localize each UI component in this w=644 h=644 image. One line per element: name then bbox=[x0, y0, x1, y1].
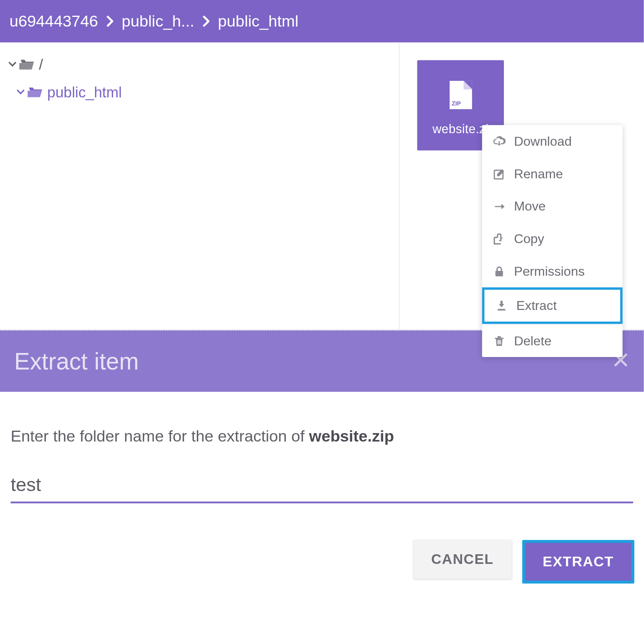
ctx-label: Delete bbox=[514, 333, 551, 349]
dialog-body: Enter the folder name for the extraction… bbox=[0, 392, 644, 503]
tree-child-label: public_html bbox=[47, 83, 122, 101]
permissions-icon bbox=[493, 265, 506, 278]
svg-rect-1 bbox=[495, 270, 503, 276]
tree-root-row[interactable]: / bbox=[6, 53, 393, 76]
svg-rect-3 bbox=[499, 340, 500, 344]
folder-open-icon bbox=[19, 58, 35, 71]
breadcrumb-item-0[interactable]: u694443746 bbox=[9, 12, 98, 30]
chevron-right-icon bbox=[202, 15, 210, 27]
ctx-label: Copy bbox=[514, 231, 544, 246]
extract-button[interactable]: EXTRACT bbox=[522, 540, 634, 583]
cancel-button[interactable]: CANCEL bbox=[413, 540, 511, 579]
ctx-label: Download bbox=[514, 134, 572, 149]
breadcrumb: u694443746 public_h... public_html bbox=[0, 0, 644, 43]
extract-icon bbox=[495, 299, 508, 312]
delete-icon bbox=[493, 334, 506, 347]
ctx-permissions[interactable]: Permissions bbox=[482, 255, 623, 287]
prompt-prefix: Enter the folder name for the extraction… bbox=[10, 427, 309, 445]
ctx-label: Extract bbox=[516, 298, 557, 313]
breadcrumb-item-1[interactable]: public_h... bbox=[122, 12, 194, 30]
tree-root-label: / bbox=[39, 56, 43, 73]
svg-rect-4 bbox=[500, 340, 501, 344]
ctx-label: Permissions bbox=[514, 264, 585, 279]
file-zip-icon: ZIP bbox=[449, 80, 472, 109]
chevron-right-icon bbox=[106, 15, 114, 27]
ctx-extract[interactable]: Extract bbox=[482, 287, 623, 324]
extract-dialog: Extract item Enter the folder name for t… bbox=[0, 330, 644, 607]
breadcrumb-item-2[interactable]: public_html bbox=[218, 12, 298, 30]
download-icon bbox=[493, 135, 506, 148]
rename-icon bbox=[493, 167, 506, 180]
tree-child-row[interactable]: public_html bbox=[6, 80, 393, 104]
copy-icon bbox=[493, 232, 506, 245]
dialog-prompt: Enter the folder name for the extraction… bbox=[10, 427, 633, 445]
folder-open-icon bbox=[27, 86, 43, 99]
ctx-label: Rename bbox=[514, 166, 563, 182]
ctx-delete[interactable]: Delete bbox=[482, 324, 623, 357]
svg-rect-2 bbox=[497, 340, 498, 344]
caret-down-icon[interactable] bbox=[6, 60, 19, 69]
dialog-title: Extract item bbox=[14, 348, 139, 374]
caret-down-icon[interactable] bbox=[14, 88, 27, 96]
file-name-label: website.zi bbox=[432, 122, 489, 136]
folder-name-input[interactable] bbox=[10, 470, 633, 503]
ctx-copy[interactable]: Copy bbox=[482, 223, 623, 255]
folder-tree: / public_html bbox=[0, 43, 399, 329]
file-badge: ZIP bbox=[452, 100, 461, 106]
move-icon bbox=[493, 200, 506, 213]
main-area: / public_html ZIP website.zi Download bbox=[0, 43, 644, 329]
context-menu: Download Rename Move Copy Permissions bbox=[482, 125, 623, 357]
prompt-filename: website.zip bbox=[309, 427, 394, 445]
dialog-actions: CANCEL EXTRACT bbox=[0, 503, 644, 607]
ctx-move[interactable]: Move bbox=[482, 190, 623, 223]
ctx-rename[interactable]: Rename bbox=[482, 157, 623, 190]
ctx-label: Move bbox=[514, 198, 546, 214]
ctx-download[interactable]: Download bbox=[482, 125, 623, 158]
